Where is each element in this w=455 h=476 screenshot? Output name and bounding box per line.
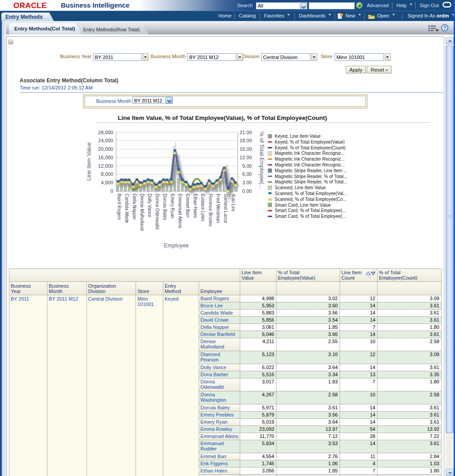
svg-text:Line Item Value: Line Item Value [86,142,92,181]
svg-text:Keyed, Line Item Value: Keyed, Line Item Value [275,134,321,139]
svg-text:Emery Ryan: Emery Ryan [170,194,175,218]
svg-text:Keyed, % of Total Employee(Cou: Keyed, % of Total Employee(Count) [275,145,345,150]
svg-text:15.00: 15.00 [239,146,252,152]
svg-text:Dolly Vance: Dolly Vance [147,194,152,217]
svg-text:% of Total Employee(...: % of Total Employee(... [259,132,265,189]
svg-text:Fred Westman: Fred Westman [216,194,221,223]
svg-text:Della Napper: Della Napper [132,194,137,220]
svg-text:3.00: 3.00 [242,180,252,185]
svg-text:Xiao Lee: Xiao Lee [231,194,236,212]
svg-text:16,000: 16,000 [98,155,113,160]
svg-text:Magnetic Ink Character Recogni: Magnetic Ink Character Recogniz... [275,157,344,162]
svg-text:Candida Wade: Candida Wade [124,194,129,223]
svg-text:Employee: Employee [164,242,189,249]
svg-text:?: ? [443,25,446,30]
svg-text:Emmet Barr: Emmet Barr [185,194,190,218]
svg-text:18.00: 18.00 [239,138,252,143]
svg-text:Eustace Lyles: Eustace Lyles [200,194,205,221]
svg-text:Garland Lucca: Garland Lucca [223,194,228,223]
svg-text:Scanned, Line Item Value: Scanned, Line Item Value [275,185,326,190]
svg-text:Emmanuel Atkins: Emmanuel Atkins [178,194,183,228]
svg-text:8,000: 8,000 [101,171,113,177]
svg-text:Magnetic Ink Character Recogni: Magnetic Ink Character Recogniz... [275,151,344,156]
svg-text:20,000: 20,000 [98,146,113,152]
svg-text:Denise Mulholland: Denise Mulholland [140,194,145,230]
svg-text:Baird Rogers: Baird Rogers [117,194,122,220]
svg-text:Magnetic Stripe Reader, % of T: Magnetic Stripe Reader, % of Total... [275,174,347,179]
svg-text:Dorcas Baley: Dorcas Baley [162,194,167,220]
svg-text:Smart Card, % of Total Employe: Smart Card, % of Total Employee(... [275,214,346,219]
svg-text:Smart Card, % of Total Employe: Smart Card, % of Total Employee(... [275,208,346,213]
svg-text:9.00: 9.00 [242,163,252,169]
svg-text:Magnetic Stripe Reader, % of T: Magnetic Stripe Reader, % of Total... [275,179,347,184]
svg-text:21.00: 21.00 [239,130,252,135]
svg-text:0: 0 [111,188,113,194]
svg-text:4,000: 4,000 [101,180,113,185]
svg-text:Scanned, % of Total Employee(C: Scanned, % of Total Employee(Co... [275,197,346,202]
svg-text:12,000: 12,000 [98,163,113,169]
svg-text:Magnetic Stripe Reader, Line I: Magnetic Stripe Reader, Line Item ... [275,168,347,173]
svg-text:Line Item Value, % of Total Em: Line Item Value, % of Total Employee(Val… [118,115,327,121]
svg-text:Donna Odenwalld: Donna Odenwalld [155,194,160,230]
svg-text:Scanned, % of Total Employee(V: Scanned, % of Total Employee(Val... [275,191,347,196]
svg-text:12.00: 12.00 [239,155,252,160]
svg-text:28,000: 28,000 [98,130,113,135]
svg-text:Magnetic Ink Character Recogni: Magnetic Ink Character Recogniz... [275,162,344,167]
svg-text:Ethan Hales: Ethan Hales [193,194,198,218]
svg-text:24,000: 24,000 [98,138,113,143]
svg-text:Florence Brooks: Florence Brooks [208,194,213,226]
svg-text:0.00: 0.00 [242,188,252,194]
svg-text:6.00: 6.00 [242,171,252,177]
svg-text:Keyed, % of Total Employee(Val: Keyed, % of Total Employee(Value) [275,140,344,144]
svg-text:Smart Card, Line Item Value: Smart Card, Line Item Value [275,203,331,208]
